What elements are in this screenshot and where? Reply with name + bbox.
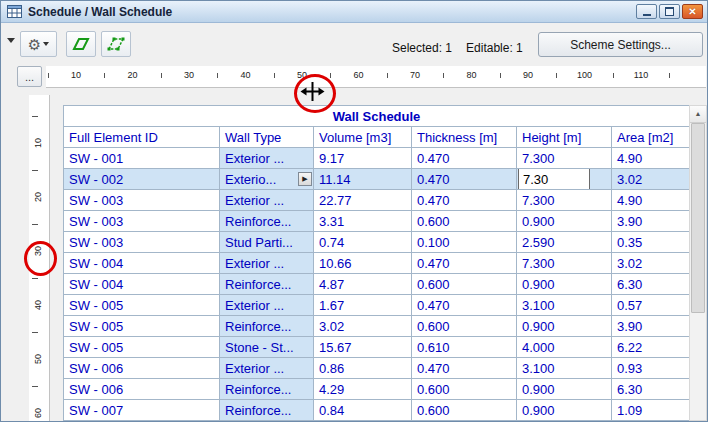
cell-walltype[interactable]: Reinforce... xyxy=(220,274,314,295)
table-row[interactable]: SW - 002Exterio...▶11.140.4707.303.02 xyxy=(64,169,690,190)
cell-walltype[interactable]: Exterio...▶ xyxy=(220,169,314,190)
cell-volume[interactable]: 0.74 xyxy=(314,232,412,253)
cell-area[interactable]: 3.02 xyxy=(612,253,690,274)
cell-walltype[interactable]: Exterior ... xyxy=(220,253,314,274)
scheme-settings-button[interactable]: Scheme Settings... xyxy=(538,32,703,57)
cell-volume[interactable]: 4.87 xyxy=(314,274,412,295)
cell-walltype[interactable]: Exterior ... xyxy=(220,148,314,169)
cell-volume[interactable]: 3.31 xyxy=(314,211,412,232)
cell-height[interactable]: 0.900 xyxy=(517,379,612,400)
cell-area[interactable]: 0.93 xyxy=(612,358,690,379)
vertical-scrollbar[interactable]: ▲ xyxy=(689,105,707,421)
cell-volume[interactable]: 10.66 xyxy=(314,253,412,274)
cell-volume[interactable]: 15.67 xyxy=(314,337,412,358)
cell-walltype[interactable]: Stud Parti... xyxy=(220,232,314,253)
table-row[interactable]: SW - 003Reinforce...3.310.6000.9003.90 xyxy=(64,211,690,232)
cell-id[interactable]: SW - 004 xyxy=(64,274,220,295)
cell-walltype[interactable]: Reinforce... xyxy=(220,400,314,421)
cell-area[interactable]: 4.90 xyxy=(612,190,690,211)
cell-id[interactable]: SW - 001 xyxy=(64,148,220,169)
cell-area[interactable]: 6.30 xyxy=(612,379,690,400)
cell-id[interactable]: SW - 003 xyxy=(64,232,220,253)
cell-thickness[interactable]: 0.600 xyxy=(412,400,517,421)
cell-height[interactable]: 3.100 xyxy=(517,295,612,316)
cell-area[interactable]: 0.57 xyxy=(612,295,690,316)
cell-thickness[interactable]: 0.100 xyxy=(412,232,517,253)
cell-area[interactable]: 3.90 xyxy=(612,211,690,232)
column-header-full-element-id[interactable]: Full Element ID xyxy=(64,127,220,148)
cell-height[interactable]: 7.300 xyxy=(517,253,612,274)
cell-id[interactable]: SW - 003 xyxy=(64,211,220,232)
cell-thickness[interactable]: 0.600 xyxy=(412,316,517,337)
table-row[interactable]: SW - 003Exterior ...22.770.4707.3004.90 xyxy=(64,190,690,211)
edit-selection-set-button[interactable] xyxy=(101,31,131,57)
restore-button[interactable] xyxy=(659,4,680,19)
cell-area[interactable]: 6.22 xyxy=(612,337,690,358)
cell-area[interactable]: 4.90 xyxy=(612,148,690,169)
cell-height[interactable]: 0.900 xyxy=(517,316,612,337)
cell-height[interactable]: 0.900 xyxy=(517,274,612,295)
cell-walltype[interactable]: Reinforce... xyxy=(220,211,314,232)
cell-area[interactable]: 0.35 xyxy=(612,232,690,253)
cell-volume[interactable]: 0.86 xyxy=(314,358,412,379)
column-header-area[interactable]: Area [m2] xyxy=(612,127,690,148)
cell-thickness[interactable]: 0.470 xyxy=(412,253,517,274)
cell-volume[interactable]: 9.17 xyxy=(314,148,412,169)
table-row[interactable]: SW - 004Exterior ...10.660.4707.3003.02 xyxy=(64,253,690,274)
cell-walltype[interactable]: Stone - St... xyxy=(220,337,314,358)
cell-walltype[interactable]: Exterior ... xyxy=(220,358,314,379)
cell-height[interactable]: 7.300 xyxy=(517,148,612,169)
cell-volume[interactable]: 11.14 xyxy=(314,169,412,190)
cell-thickness[interactable]: 0.470 xyxy=(412,190,517,211)
cell-area[interactable]: 6.30 xyxy=(612,274,690,295)
table-row[interactable]: SW - 006Exterior ...0.860.4703.1000.93 xyxy=(64,358,690,379)
cell-height[interactable]: 7.30 xyxy=(517,169,612,190)
column-header-wall-type[interactable]: Wall Type xyxy=(220,127,314,148)
table-row[interactable]: SW - 005Exterior ...1.670.4703.1000.57 xyxy=(64,295,690,316)
table-row[interactable]: SW - 001Exterior ...9.170.4707.3004.90 xyxy=(64,148,690,169)
cell-height[interactable]: 7.300 xyxy=(517,190,612,211)
table-row[interactable]: SW - 004Reinforce...4.870.6000.9006.30 xyxy=(64,274,690,295)
horizontal-ruler[interactable]: 102030405060708090100110 xyxy=(46,66,706,88)
cell-height[interactable]: 0.900 xyxy=(517,211,612,232)
cell-height[interactable]: 0.900 xyxy=(517,400,612,421)
cell-height[interactable]: 4.000 xyxy=(517,337,612,358)
cell-height[interactable]: 3.100 xyxy=(517,358,612,379)
scroll-thumb[interactable] xyxy=(691,123,705,313)
cell-id[interactable]: SW - 005 xyxy=(64,337,220,358)
cell-thickness[interactable]: 0.470 xyxy=(412,169,517,190)
cell-area[interactable]: 1.09 xyxy=(612,400,690,421)
table-row[interactable]: SW - 005Reinforce...3.020.6000.9003.90 xyxy=(64,316,690,337)
cell-walltype[interactable]: Reinforce... xyxy=(220,316,314,337)
table-row[interactable]: SW - 007Reinforce...0.840.6000.9001.09 xyxy=(64,400,690,421)
column-header-volume[interactable]: Volume [m3] xyxy=(314,127,412,148)
cell-thickness[interactable]: 0.470 xyxy=(412,295,517,316)
title-bar[interactable]: Schedule / Wall Schedule ✕ xyxy=(1,1,707,23)
cell-thickness[interactable]: 0.600 xyxy=(412,211,517,232)
cell-walltype[interactable]: Exterior ... xyxy=(220,190,314,211)
ruler-options-button[interactable]: ... xyxy=(17,66,42,87)
cell-id[interactable]: SW - 006 xyxy=(64,358,220,379)
cell-id[interactable]: SW - 005 xyxy=(64,295,220,316)
cell-thickness[interactable]: 0.610 xyxy=(412,337,517,358)
cell-area[interactable]: 3.90 xyxy=(612,316,690,337)
table-row[interactable]: SW - 005Stone - St...15.670.6104.0006.22 xyxy=(64,337,690,358)
cell-volume[interactable]: 4.29 xyxy=(314,379,412,400)
cell-id[interactable]: SW - 003 xyxy=(64,190,220,211)
inline-edit-field[interactable]: 7.30 xyxy=(518,169,590,190)
cell-id[interactable]: SW - 006 xyxy=(64,379,220,400)
cell-volume[interactable]: 3.02 xyxy=(314,316,412,337)
cell-thickness[interactable]: 0.600 xyxy=(412,379,517,400)
column-header-thickness[interactable]: Thickness [m] xyxy=(412,127,517,148)
cell-area[interactable]: 3.02 xyxy=(612,169,690,190)
cell-walltype[interactable]: Exterior ... xyxy=(220,295,314,316)
close-button[interactable]: ✕ xyxy=(682,4,703,19)
column-header-height[interactable]: Height [m] xyxy=(517,127,612,148)
cell-height[interactable]: 2.590 xyxy=(517,232,612,253)
select-elements-button[interactable] xyxy=(66,31,96,57)
minimize-button[interactable] xyxy=(636,4,657,19)
scheme-options-gear-button[interactable]: ⚙ xyxy=(20,31,57,57)
cell-thickness[interactable]: 0.470 xyxy=(412,148,517,169)
cell-id[interactable]: SW - 004 xyxy=(64,253,220,274)
table-row[interactable]: SW - 006Reinforce...4.290.6000.9006.30 xyxy=(64,379,690,400)
